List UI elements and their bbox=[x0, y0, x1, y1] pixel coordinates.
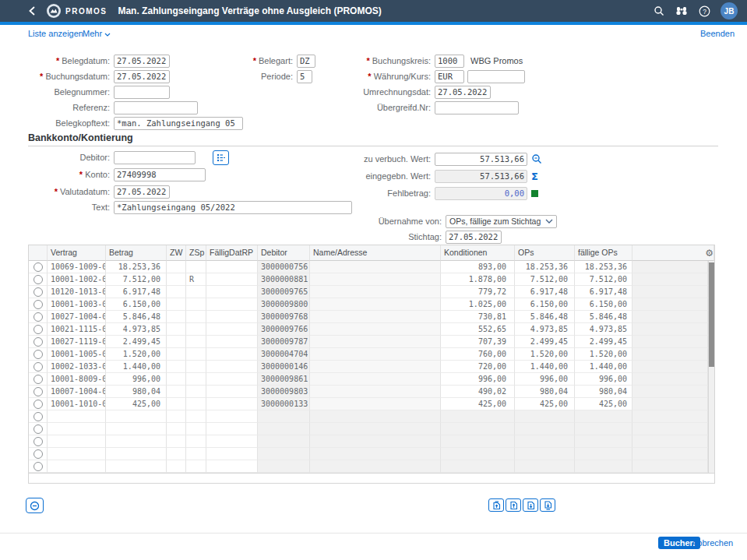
cell-vertrag[interactable]: 10069-1009-02 bbox=[48, 261, 106, 273]
column-header-zw[interactable]: ZW bbox=[167, 245, 186, 261]
scrollbar-thumb[interactable] bbox=[709, 262, 714, 367]
row-select-radio[interactable] bbox=[33, 387, 43, 396]
cell-konditionen[interactable]: 760,00 bbox=[441, 348, 515, 361]
belegkopftext-input[interactable] bbox=[114, 117, 243, 130]
cell-betrag[interactable]: 5.846,48 bbox=[106, 311, 167, 323]
cell-konditionen[interactable]: 1.878,00 bbox=[441, 273, 515, 286]
cell-select-column[interactable] bbox=[29, 311, 48, 323]
kurs-input[interactable] bbox=[467, 70, 525, 83]
cell-select-column[interactable] bbox=[29, 273, 48, 286]
cell-faelligdatrp[interactable] bbox=[206, 386, 258, 398]
find-button[interactable] bbox=[675, 5, 688, 17]
buchungsdatum-input[interactable] bbox=[114, 70, 170, 83]
uebergreifdnr-input[interactable] bbox=[435, 101, 519, 114]
cell-betrag[interactable]: 996,00 bbox=[106, 373, 167, 386]
cell-zsp[interactable] bbox=[186, 261, 206, 273]
cell-zw[interactable] bbox=[167, 348, 186, 361]
cell-zsp[interactable] bbox=[186, 286, 206, 298]
menu-liste-anzeigen[interactable]: Liste anzeigen bbox=[28, 29, 83, 38]
value-lookup-button[interactable] bbox=[531, 153, 542, 164]
cell-select-column[interactable] bbox=[29, 286, 48, 298]
cell-faelligdatrp[interactable] bbox=[206, 361, 258, 373]
cell-betrag[interactable]: 7.512,00 bbox=[106, 273, 167, 286]
search-button[interactable] bbox=[653, 5, 665, 17]
row-select-radio[interactable] bbox=[33, 375, 43, 384]
column-header-trailing[interactable] bbox=[632, 245, 714, 261]
cell-vertrag[interactable]: 10002-1033-02 bbox=[48, 361, 106, 373]
cell-zw[interactable] bbox=[167, 398, 186, 410]
cell-zw[interactable] bbox=[167, 323, 186, 336]
stichtag-input[interactable] bbox=[446, 231, 502, 244]
column-header-ops[interactable]: OPs bbox=[515, 245, 575, 261]
cell-konditionen[interactable]: 490,02 bbox=[441, 386, 515, 398]
column-header-faelligdatrp[interactable]: FälligDatRP bbox=[206, 245, 258, 261]
cell-select-column[interactable] bbox=[29, 373, 48, 386]
cell-zsp[interactable] bbox=[186, 348, 206, 361]
remove-row-button[interactable] bbox=[26, 498, 44, 513]
row-select-radio[interactable] bbox=[33, 449, 43, 459]
cell-select-column[interactable] bbox=[29, 298, 48, 311]
column-header-select-column[interactable] bbox=[29, 245, 48, 261]
cell-vertrag[interactable]: 10001-1005-03 bbox=[48, 348, 106, 361]
back-button[interactable] bbox=[28, 5, 39, 17]
cell-betrag[interactable]: 980,04 bbox=[106, 386, 167, 398]
cell-betrag[interactable]: 18.253,36 bbox=[106, 261, 167, 273]
cell-faelligdatrp[interactable] bbox=[206, 323, 258, 336]
row-select-radio[interactable] bbox=[33, 325, 43, 334]
cell-betrag[interactable]: 6.917,48 bbox=[106, 286, 167, 298]
help-button[interactable]: ? bbox=[698, 5, 710, 17]
column-header-betrag[interactable]: Betrag bbox=[106, 245, 167, 261]
cell-select-column[interactable] bbox=[29, 348, 48, 361]
row-select-radio[interactable] bbox=[33, 337, 43, 347]
cell-konditionen[interactable]: 425,00 bbox=[441, 398, 515, 410]
cell-betrag[interactable]: 6.150,00 bbox=[106, 298, 167, 311]
cell-faelligdatrp[interactable] bbox=[206, 336, 258, 348]
column-header-debitor[interactable]: Debitor bbox=[258, 245, 310, 261]
cell-zsp[interactable] bbox=[186, 323, 206, 336]
cell-zsp[interactable] bbox=[186, 398, 206, 410]
cell-zw[interactable] bbox=[167, 386, 186, 398]
cell-betrag[interactable]: 4.973,85 bbox=[106, 323, 167, 336]
cell-vertrag[interactable]: 10120-1013-02 bbox=[48, 286, 106, 298]
umrechnungsdat-input[interactable] bbox=[435, 86, 491, 99]
valutadatum-input[interactable] bbox=[114, 185, 170, 199]
konto-input[interactable] bbox=[114, 168, 206, 181]
cell-zsp[interactable] bbox=[186, 298, 206, 311]
cell-select-column[interactable] bbox=[29, 323, 48, 336]
waehrung-input[interactable] bbox=[435, 70, 464, 83]
cell-select-column[interactable] bbox=[29, 361, 48, 373]
cell-konditionen[interactable]: 779,72 bbox=[441, 286, 515, 298]
cell-faelligdatrp[interactable] bbox=[206, 311, 258, 323]
sum-button[interactable]: Σ bbox=[531, 171, 538, 182]
abbrechen-button[interactable]: Abbrechen bbox=[692, 538, 733, 548]
cell-zsp[interactable] bbox=[186, 336, 206, 348]
cell-zsp[interactable] bbox=[186, 311, 206, 323]
belegnummer-input[interactable] bbox=[114, 86, 170, 99]
row-select-radio[interactable] bbox=[33, 350, 43, 359]
cell-faelligdatrp[interactable] bbox=[206, 398, 258, 410]
cell-vertrag[interactable]: 10027-1004-02 bbox=[48, 311, 106, 323]
cell-konditionen[interactable]: 720,00 bbox=[441, 361, 515, 373]
cell-faelligdatrp[interactable] bbox=[206, 261, 258, 273]
row-select-radio[interactable] bbox=[33, 412, 43, 421]
cell-faelligdatrp[interactable] bbox=[206, 273, 258, 286]
cell-vertrag[interactable]: 10027-1119-02 bbox=[48, 336, 106, 348]
previous-page-button[interactable] bbox=[506, 498, 521, 512]
cell-konditionen[interactable]: 893,00 bbox=[441, 261, 515, 273]
table-settings-button[interactable]: ⚙ bbox=[705, 247, 714, 259]
table-horizontal-scrollbar[interactable] bbox=[29, 473, 714, 483]
cell-zw[interactable] bbox=[167, 311, 186, 323]
cell-betrag[interactable]: 1.440,00 bbox=[106, 361, 167, 373]
cell-faelligdatrp[interactable] bbox=[206, 373, 258, 386]
table-vertical-scrollbar[interactable] bbox=[708, 261, 714, 473]
cell-betrag[interactable]: 2.499,45 bbox=[106, 336, 167, 348]
last-page-button[interactable] bbox=[540, 498, 555, 512]
cell-vertrag[interactable]: 10001-1002-04 bbox=[48, 273, 106, 286]
cell-faelligdatrp[interactable] bbox=[206, 348, 258, 361]
referenz-input[interactable] bbox=[114, 101, 198, 114]
zu-verbuch-wert-input[interactable] bbox=[435, 153, 527, 166]
uebernahme-von-select[interactable]: OPs, fällige zum Stichtag bbox=[446, 215, 557, 228]
column-header-konditionen[interactable]: Konditionen bbox=[441, 245, 515, 261]
cell-betrag[interactable]: 425,00 bbox=[106, 398, 167, 410]
debitor-account-list-button[interactable] bbox=[213, 150, 229, 165]
